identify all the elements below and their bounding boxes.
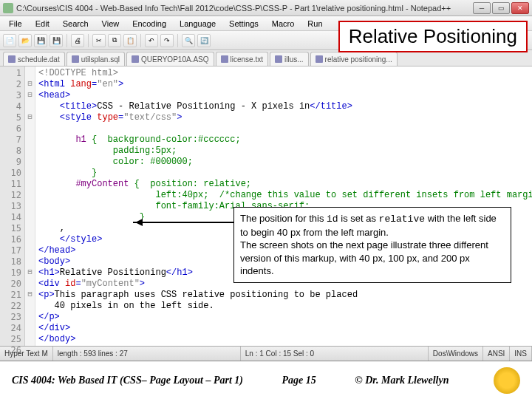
menu-settings[interactable]: Settings	[223, 18, 265, 30]
callout-arrow-icon	[133, 222, 233, 223]
status-eol: Dos\Windows	[429, 347, 483, 361]
app-icon	[3, 3, 13, 13]
ucf-logo-icon	[494, 367, 520, 394]
close-button[interactable]: ✕	[511, 2, 529, 14]
separator	[88, 34, 89, 47]
editor-area[interactable]: 1234567891011121314151617181920212223242…	[0, 66, 532, 346]
minimize-button[interactable]: ─	[473, 2, 491, 14]
file-icon	[132, 55, 139, 63]
menu-view[interactable]: View	[96, 18, 126, 30]
menu-language[interactable]: Language	[174, 18, 222, 30]
file-tab[interactable]: utilsplan.sql	[66, 52, 125, 66]
window-title: C:\Courses\CIS 4004 - Web-Based Info Tec…	[16, 4, 473, 13]
menu-search[interactable]: Search	[57, 18, 95, 30]
status-encoding: ANSI	[483, 347, 510, 361]
menu-run[interactable]: Run	[301, 18, 328, 30]
line-number-gutter: 1234567891011121314151617181920212223242…	[0, 66, 25, 346]
footer-course: CIS 4004: Web Based IT (CSS– Page Layout…	[12, 375, 243, 386]
file-tab[interactable]: schedule.dat	[3, 52, 65, 66]
save-icon[interactable]: 💾	[34, 34, 47, 47]
status-length: length : 593 lines : 27	[53, 347, 241, 361]
line-num: 1	[0, 68, 21, 79]
tab-label: illus...	[284, 55, 304, 64]
paste-icon[interactable]: 📋	[123, 34, 137, 47]
status-bar: Hyper Text M length : 593 lines : 27 Ln …	[0, 346, 532, 361]
maximize-button[interactable]: ▭	[492, 2, 510, 14]
open-icon[interactable]: 📂	[18, 34, 32, 47]
slide-footer: CIS 4004: Web Based IT (CSS– Page Layout…	[0, 361, 532, 399]
menu-macro[interactable]: Macro	[266, 18, 301, 30]
status-mode: INS	[510, 347, 532, 361]
tab-label: schedule.dat	[18, 55, 60, 64]
menu-encoding[interactable]: Encoding	[126, 18, 172, 30]
status-language: Hyper Text M	[0, 347, 53, 361]
save-all-icon[interactable]: 💾	[50, 34, 63, 47]
slide-title-overlay: Relative Positioning	[338, 21, 528, 52]
cut-icon[interactable]: ✂	[92, 34, 106, 47]
file-icon	[72, 55, 79, 63]
file-icon	[316, 55, 323, 63]
file-icon	[221, 55, 228, 63]
status-position: Ln : 1 Col : 15 Sel : 0	[241, 347, 429, 361]
file-icon	[8, 55, 16, 63]
menu-file[interactable]: File	[3, 18, 28, 30]
code-content[interactable]: <!DOCTYPE html> <html lang="en"> <head> …	[35, 66, 532, 346]
print-icon[interactable]: 🖨	[71, 34, 84, 47]
separator	[140, 34, 141, 47]
file-tab[interactable]: license.txt	[216, 52, 268, 66]
undo-icon[interactable]: ↶	[145, 34, 158, 47]
tab-label: utilsplan.sql	[81, 55, 120, 64]
file-tab[interactable]: relative positioning...	[310, 52, 398, 66]
file-tab[interactable]: illus...	[270, 52, 309, 66]
tab-label: QUERYOP10A.ASQ	[141, 55, 209, 64]
file-tab[interactable]: QUERYOP10A.ASQ	[126, 52, 214, 66]
titlebar: C:\Courses\CIS 4004 - Web-Based Info Tec…	[0, 0, 532, 16]
tab-bar: schedule.dat utilsplan.sql QUERYOP10A.AS…	[0, 50, 532, 66]
redo-icon[interactable]: ↷	[160, 34, 174, 47]
find-icon[interactable]: 🔍	[182, 34, 195, 47]
new-file-icon[interactable]: 📄	[3, 34, 16, 47]
callout-note: The position for this id is set as relat…	[233, 207, 511, 283]
footer-page: Page 15	[282, 375, 316, 386]
footer-copyright: © Dr. Mark Llewellyn	[355, 375, 449, 386]
separator	[177, 34, 178, 47]
tab-label: relative positioning...	[325, 55, 392, 64]
fold-gutter: ⊟⊟⊟⊟⊟	[25, 66, 35, 346]
copy-icon[interactable]: ⧉	[108, 34, 121, 47]
separator	[66, 34, 67, 47]
replace-icon[interactable]: 🔄	[197, 34, 211, 47]
menu-edit[interactable]: Edit	[30, 18, 55, 30]
tab-label: license.txt	[231, 55, 263, 64]
file-icon	[275, 55, 282, 63]
